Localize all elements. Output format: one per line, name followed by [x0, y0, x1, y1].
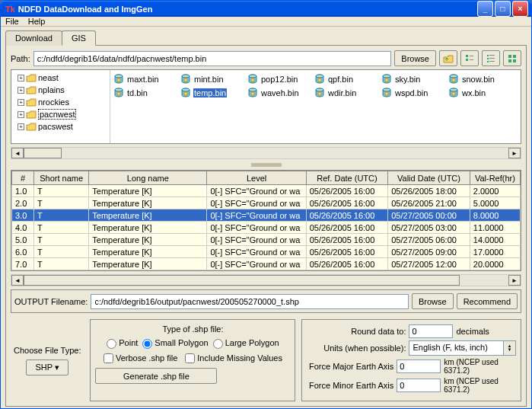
up-folder-icon[interactable] — [439, 50, 457, 66]
grid-scrollbar[interactable]: ◄ ► — [11, 274, 521, 286]
svg-rect-22 — [251, 78, 254, 81]
grid-scroll-left[interactable]: ◄ — [11, 275, 24, 286]
tree-label: pacnwest — [38, 109, 76, 120]
svg-point-27 — [383, 75, 390, 78]
radio-point[interactable]: Point — [107, 338, 138, 349]
check-verbose[interactable]: Verbose .shp file — [104, 353, 177, 364]
expander-icon[interactable]: + — [18, 99, 24, 106]
tree-item[interactable]: +neast — [13, 72, 108, 84]
minor-axis-note: km (NCEP used 6371.2) — [444, 377, 516, 394]
tab-gis[interactable]: GIS — [62, 30, 96, 46]
output-filename-input[interactable] — [91, 294, 409, 309]
table-cell: 0[-] SFC="Ground or wa — [207, 197, 306, 209]
table-row[interactable]: 1.0TTemperature [K]0[-] SFC="Ground or w… — [12, 185, 521, 197]
svg-rect-46 — [385, 92, 388, 95]
round-input[interactable] — [409, 324, 453, 338]
expander-icon[interactable]: + — [18, 111, 24, 118]
file-item[interactable]: waveh.bin — [247, 87, 305, 99]
path-browse-button[interactable]: Browse — [394, 50, 436, 66]
grid-scroll-right[interactable]: ► — [508, 275, 521, 286]
minor-axis-input[interactable] — [397, 379, 441, 392]
column-header[interactable]: Long name — [89, 171, 207, 185]
table-cell: 05/27/2005 03:00 — [388, 222, 470, 234]
file-item[interactable]: sky.bin — [381, 73, 439, 85]
file-item[interactable]: qpf.bin — [314, 73, 372, 85]
close-button[interactable]: × — [512, 1, 528, 17]
view-list-icon[interactable] — [460, 50, 479, 66]
file-item[interactable]: wx.bin — [448, 87, 506, 99]
minor-axis-label: Force Minor Earth Axis — [307, 381, 393, 390]
major-axis-input[interactable] — [397, 359, 441, 373]
recommend-button[interactable]: Recommend — [457, 293, 518, 309]
major-axis-label: Force Major Earth Axis — [307, 362, 393, 371]
folder-tree[interactable]: +neast+nplains+nrockies+pacnwest+pacswes… — [11, 70, 110, 143]
radio-large-polygon[interactable]: Large Polygon — [213, 338, 279, 349]
table-row[interactable]: 7.0TTemperature [K]0[-] SFC="Ground or w… — [12, 258, 521, 270]
view-details-icon[interactable] — [482, 50, 500, 66]
expander-icon[interactable]: + — [18, 75, 24, 81]
tree-item[interactable]: +pacnwest — [13, 108, 108, 120]
file-list[interactable]: maxt.binmint.binpop12.binqpf.binsky.bins… — [110, 70, 521, 143]
table-row[interactable]: 2.0TTemperature [K]0[-] SFC="Ground or w… — [12, 197, 521, 209]
data-grid[interactable]: #Short nameLong nameLevelRef. Date (UTC)… — [11, 170, 521, 271]
path-input[interactable] — [33, 51, 392, 66]
units-combo[interactable]: English (F, kts, inch) ▲▼ — [409, 340, 516, 356]
file-item[interactable]: mint.bin — [180, 73, 238, 85]
radio-small-polygon[interactable]: Small Polygon — [142, 338, 208, 349]
window-title: NDFD DataDownload and ImgGen — [18, 5, 153, 14]
tab-download[interactable]: Download — [5, 30, 62, 46]
column-header[interactable]: Short name — [33, 171, 88, 185]
table-cell: 05/27/2005 06:00 — [388, 234, 470, 246]
table-cell: Temperature [K] — [89, 258, 207, 270]
scroll-left-button[interactable]: ◄ — [11, 148, 24, 158]
tree-item[interactable]: +pacswest — [13, 120, 108, 133]
generate-button[interactable]: Generate .shp file — [95, 368, 217, 384]
column-header[interactable]: Ref. Date (UTC) — [306, 171, 388, 185]
database-icon — [247, 74, 258, 85]
table-row[interactable]: 4.0TTemperature [K]0[-] SFC="Ground or w… — [12, 222, 521, 234]
output-browse-button[interactable]: Browse — [412, 293, 454, 309]
column-header[interactable]: Level — [207, 171, 306, 185]
minimize-button[interactable]: _ — [477, 1, 493, 17]
column-header[interactable]: Val-Ref(hr) — [470, 171, 520, 185]
check-include-missing[interactable]: Include Missing Values — [185, 353, 282, 364]
table-cell: 05/26/2005 16:00 — [306, 209, 388, 222]
tree-item[interactable]: +nplains — [13, 84, 108, 96]
svg-rect-31 — [452, 78, 455, 81]
spinner-icon[interactable]: ▲▼ — [503, 341, 515, 355]
grid-scroll-thumb[interactable] — [24, 275, 460, 286]
table-row[interactable]: 5.0TTemperature [K]0[-] SFC="Ground or w… — [12, 234, 521, 246]
file-item[interactable]: td.bin — [113, 87, 171, 99]
table-cell: T — [33, 258, 88, 270]
splitter[interactable] — [11, 162, 521, 167]
column-header[interactable]: # — [12, 171, 34, 185]
table-row[interactable]: 3.0TTemperature [K]0[-] SFC="Ground or w… — [12, 209, 521, 222]
expander-icon[interactable]: + — [18, 87, 24, 94]
svg-rect-4 — [487, 55, 489, 56]
file-item[interactable]: wdir.bin — [314, 87, 372, 99]
table-row[interactable]: 6.0TTemperature [K]0[-] SFC="Ground or w… — [12, 246, 521, 258]
titlebar[interactable]: Tk NDFD DataDownload and ImgGen _ □ × — [1, 1, 531, 17]
filetype-button[interactable]: SHP ▾ — [26, 359, 68, 375]
file-item[interactable]: snow.bin — [448, 73, 506, 85]
table-cell: 8.0000 — [470, 209, 520, 222]
file-item[interactable]: pop12.bin — [247, 73, 305, 85]
file-scrollbar[interactable]: ◄ ► — [11, 147, 521, 159]
scroll-right-button[interactable]: ► — [508, 148, 521, 158]
file-item[interactable]: wspd.bin — [381, 87, 439, 99]
database-icon — [381, 88, 392, 98]
tree-label: nplains — [38, 85, 65, 94]
file-item[interactable]: temp.bin — [180, 87, 238, 99]
view-tiles-icon[interactable] — [503, 50, 521, 66]
maximize-button[interactable]: □ — [495, 1, 511, 17]
file-item[interactable]: maxt.bin — [113, 73, 171, 85]
menu-help[interactable]: Help — [28, 17, 46, 26]
tree-item[interactable]: +nrockies — [13, 96, 108, 108]
menu-file[interactable]: File — [5, 17, 19, 26]
scroll-thumb[interactable] — [24, 148, 62, 158]
file-name: wdir.bin — [327, 88, 357, 97]
expander-icon[interactable]: + — [18, 123, 24, 130]
database-icon — [247, 88, 258, 98]
round-unit: decimals — [456, 327, 489, 336]
column-header[interactable]: Valid Date (UTC) — [388, 171, 470, 185]
